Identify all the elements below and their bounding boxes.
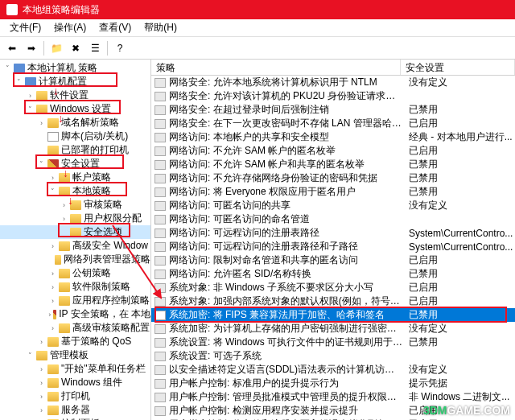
expand-icon[interactable]: › bbox=[37, 406, 46, 414]
list-row[interactable]: 网络访问: 可匿名访问的命名管道 bbox=[151, 212, 515, 226]
list-body[interactable]: 网络安全: 允许本地系统将计算机标识用于 NTLM没有定义网络安全: 允许对该计… bbox=[151, 76, 515, 420]
delete-button[interactable]: ✖ bbox=[67, 39, 84, 57]
tree-item[interactable]: ›应用程序控制策略 bbox=[0, 294, 150, 307]
expand-icon[interactable]: › bbox=[48, 310, 52, 319]
menu-action[interactable]: 操作(A) bbox=[47, 21, 93, 35]
menu-view[interactable]: 查看(V) bbox=[93, 21, 138, 35]
expand-icon[interactable]: › bbox=[48, 241, 57, 250]
tree-item[interactable]: ›帐户策略 bbox=[0, 171, 150, 184]
tree-item[interactable]: ›控制面板 bbox=[0, 417, 150, 420]
tree-item[interactable]: ˅管理模板 bbox=[0, 348, 150, 362]
tree-item[interactable]: ˅本地策略 bbox=[0, 184, 150, 198]
tree-item[interactable]: ›用户权限分配 bbox=[0, 212, 150, 225]
list-row[interactable]: 网络访问: 可远程访问的注册表路径System\CurrentContro... bbox=[151, 226, 515, 240]
tree-item[interactable]: ›"开始"菜单和任务栏 bbox=[0, 362, 150, 376]
list-row[interactable]: 网络访问: 可匿名访问的共享没有定义 bbox=[151, 199, 515, 212]
expand-icon[interactable] bbox=[37, 132, 46, 141]
folder-icon bbox=[36, 351, 47, 360]
expand-icon[interactable]: ˅ bbox=[26, 351, 35, 360]
tree-item[interactable]: ›服务器 bbox=[0, 403, 150, 417]
expand-icon[interactable]: › bbox=[48, 323, 57, 332]
shield-icon bbox=[47, 159, 59, 169]
expand-icon[interactable]: › bbox=[37, 337, 46, 346]
expand-icon[interactable]: ˅ bbox=[37, 159, 46, 168]
folder-button[interactable]: 📁 bbox=[47, 39, 65, 57]
list-row[interactable]: 用户帐户控制: 标准用户的提升提示行为提示凭据 bbox=[151, 377, 515, 390]
expand-icon[interactable]: › bbox=[37, 118, 46, 127]
security-setting: 已禁用 bbox=[404, 308, 515, 322]
tree-item[interactable]: ›软件设置 bbox=[0, 89, 150, 102]
properties-button[interactable]: ☰ bbox=[86, 39, 104, 57]
tree-item[interactable]: ›域名解析策略 bbox=[0, 116, 150, 130]
col-policy[interactable]: 策略 bbox=[151, 60, 401, 75]
expand-icon[interactable]: › bbox=[48, 296, 57, 305]
help-button[interactable]: ? bbox=[111, 39, 129, 57]
tree-item[interactable]: ˅Windows 设置 bbox=[0, 102, 150, 116]
folder-icon bbox=[70, 228, 81, 237]
list-row[interactable]: 系统设置: 可选子系统 bbox=[151, 349, 515, 363]
expand-icon[interactable]: ˅ bbox=[26, 105, 35, 113]
expand-icon[interactable]: › bbox=[60, 200, 68, 209]
tree-item[interactable]: ›软件限制策略 bbox=[0, 280, 150, 294]
list-row[interactable]: 网络访问: 允许匿名 SID/名称转换已禁用 bbox=[151, 267, 515, 281]
folder-icon bbox=[47, 364, 59, 374]
col-security[interactable]: 安全设置 bbox=[401, 60, 515, 75]
list-row[interactable]: 网络访问: 不允许 SAM 帐户和共享的匿名枚举已禁用 bbox=[151, 158, 515, 171]
forward-button[interactable]: ➡ bbox=[23, 39, 40, 57]
expand-icon[interactable] bbox=[60, 228, 68, 237]
tree-item[interactable]: ›审核策略 bbox=[0, 198, 150, 212]
expand-icon[interactable]: ˅ bbox=[48, 187, 57, 196]
expand-icon[interactable] bbox=[48, 255, 53, 264]
list-row[interactable]: 系统设置: 将 Windows 可执行文件中的证书规则用于软件...已禁用 bbox=[151, 336, 515, 349]
back-button[interactable]: ⬅ bbox=[3, 39, 21, 57]
expand-icon[interactable]: › bbox=[60, 214, 68, 223]
list-row[interactable]: 网络访问: 限制对命名管道和共享的匿名访问已启用 bbox=[151, 253, 515, 267]
tree-item[interactable]: ›高级审核策略配置 bbox=[0, 321, 150, 335]
tree-item[interactable]: ›IP 安全策略，在 本地 bbox=[0, 307, 150, 321]
tree-item[interactable]: ›基于策略的 QoS bbox=[0, 335, 150, 348]
list-row[interactable]: 网络安全: 允许本地系统将计算机标识用于 NTLM没有定义 bbox=[151, 76, 515, 89]
expand-icon[interactable]: › bbox=[48, 269, 57, 278]
tree-item[interactable]: ›打印机 bbox=[0, 389, 150, 403]
expand-icon[interactable]: › bbox=[26, 91, 35, 100]
list-row[interactable]: 网络访问: 可远程访问的注册表路径和子路径System\CurrentContr… bbox=[151, 240, 515, 253]
tree-label: 用户权限分配 bbox=[84, 212, 142, 225]
tree-item[interactable]: 安全选项 bbox=[0, 225, 150, 239]
expand-icon[interactable]: ˅ bbox=[14, 77, 23, 86]
list-row[interactable]: 用户帐户控制: 管理员批准模式中管理员的提升权限提示的...非 Windows … bbox=[151, 390, 515, 404]
menu-file[interactable]: 文件(F) bbox=[3, 21, 47, 35]
expand-icon[interactable]: › bbox=[37, 364, 46, 373]
list-row[interactable]: 以安全描述符定义语言(SDDL)语法表示的计算机访问限制没有定义 bbox=[151, 363, 515, 377]
menu-help[interactable]: 帮助(H) bbox=[138, 21, 183, 35]
list-row[interactable]: 网络访问: 不允许存储网络身份验证的密码和凭据已禁用 bbox=[151, 171, 515, 185]
expand-icon[interactable]: › bbox=[37, 392, 46, 401]
tree-label: 审核策略 bbox=[84, 198, 122, 212]
list-row[interactable]: 网络安全: 在超过登录时间后强制注销已禁用 bbox=[151, 103, 515, 117]
list-row[interactable]: 系统加密: 将 FIPS 兼容算法用于加密、哈希和签名已禁用 bbox=[151, 308, 515, 322]
list-row[interactable]: 网络安全: 在下一次更改密码时不存储 LAN 管理器哈希值已启用 bbox=[151, 117, 515, 130]
folder-icon bbox=[36, 91, 47, 101]
tree-item[interactable]: ›高级安全 Window bbox=[0, 239, 150, 253]
list-row[interactable]: 网络访问: 将 Everyone 权限应用于匿名用户已禁用 bbox=[151, 185, 515, 199]
tree-item[interactable]: ˅本地计算机 策略 bbox=[0, 61, 150, 75]
list-row[interactable]: 网络访问: 不允许 SAM 帐户的匿名枚举已启用 bbox=[151, 144, 515, 158]
tree-item[interactable]: ›Windows 组件 bbox=[0, 376, 150, 389]
tree-item[interactable]: ›公钥策略 bbox=[0, 266, 150, 280]
security-setting: 已禁用 bbox=[404, 267, 515, 281]
list-row[interactable]: 系统加密: 为计算机上存储的用户密钥强制进行强密钥保护没有定义 bbox=[151, 322, 515, 336]
list-row[interactable]: 系统对象: 非 Windows 子系统不要求区分大小写已启用 bbox=[151, 281, 515, 294]
expand-icon[interactable]: › bbox=[37, 378, 46, 387]
expand-icon[interactable]: › bbox=[48, 282, 57, 291]
expand-icon[interactable]: › bbox=[48, 173, 57, 182]
tree-pane[interactable]: ˅本地计算机 策略˅计算机配置›软件设置˅Windows 设置›域名解析策略脚本… bbox=[0, 60, 151, 420]
tree-item[interactable]: 网络列表管理器策略 bbox=[0, 253, 150, 266]
tree-item[interactable]: 已部署的打印机 bbox=[0, 143, 150, 157]
tree-item[interactable]: 脚本(启动/关机) bbox=[0, 130, 150, 143]
list-row[interactable]: 网络访问: 本地帐户的共享和安全模型经典 - 对本地用户进行... bbox=[151, 130, 515, 144]
list-row[interactable]: 网络安全: 允许对该计算机的 PKU2U 身份验证请求使用联... bbox=[151, 89, 515, 103]
expand-icon[interactable]: ˅ bbox=[3, 64, 12, 72]
tree-item[interactable]: ˅安全设置 bbox=[0, 157, 150, 171]
expand-icon[interactable] bbox=[37, 146, 46, 154]
list-row[interactable]: 系统对象: 加强内部系统对象的默认权限(例如，符号链接)已启用 bbox=[151, 294, 515, 308]
tree-item[interactable]: ˅计算机配置 bbox=[0, 75, 150, 89]
